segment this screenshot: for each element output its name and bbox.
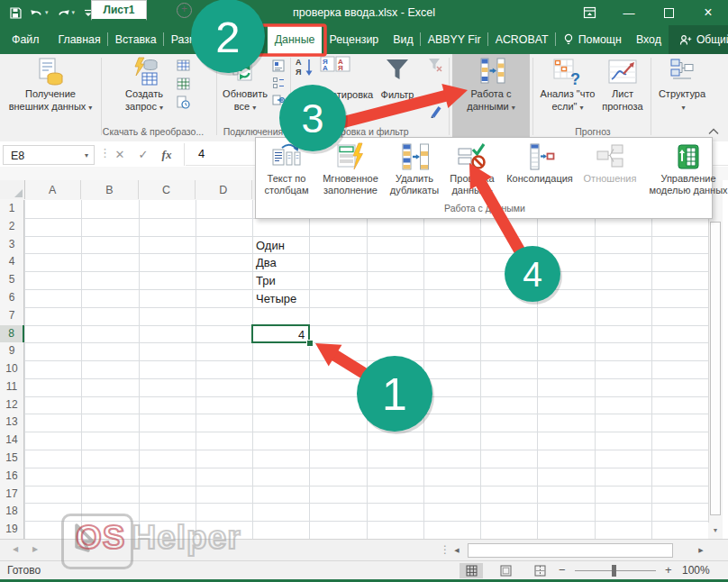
tab-review[interactable]: Рецензир [322,25,386,54]
what-if-analysis-button[interactable]: ? Анализ "что если" [535,57,600,114]
panel-item-flash-fill[interactable]: Мгновенное заполнение [315,142,386,196]
row-header-18[interactable]: 18 [0,503,24,522]
reapply-filter-button[interactable] [430,105,443,122]
insert-function-button[interactable]: fx [157,145,177,165]
show-queries-icon[interactable] [177,59,190,73]
scroll-down-button[interactable]: ▼ [708,523,723,539]
recent-sources-icon[interactable] [177,95,190,109]
row-header-4[interactable]: 4 [0,253,24,272]
row-header-10[interactable]: 10 [0,360,24,379]
row-header-17[interactable]: 17 [0,486,24,505]
sheet-nav-right-icon[interactable]: ▶ [32,545,38,553]
row-header-3[interactable]: 3 [0,236,24,255]
panel-item-remove-duplicates[interactable]: Удалить дубликаты [386,142,443,196]
row-header-2[interactable]: 2 [0,218,24,237]
edit-links-icon[interactable] [272,94,285,106]
status-ready: Готово [7,564,41,577]
tab-acrobat[interactable]: ACROBAT [488,25,556,54]
save-icon [9,6,22,19]
tab-signin[interactable]: Вход [629,25,669,54]
tab-file[interactable]: Файл [0,25,50,54]
from-table-icon[interactable] [177,77,190,91]
scroll-right-button[interactable]: ▶ [694,542,708,559]
tab-label: Данные [275,33,315,46]
grid-cell-E3[interactable]: Один [252,237,308,254]
sheet-grid[interactable]: 12345678910111213141516171819ОдинДваТриЧ… [0,200,708,539]
tab-layout[interactable]: Размет [164,25,215,54]
confirm-entry-button[interactable]: ✓ [133,145,153,165]
row-header-11[interactable]: 11 [0,378,24,397]
sort-button[interactable]: ЯААЯ [319,55,351,91]
minimize-button[interactable]: — [609,0,649,25]
grid-cell-E4[interactable]: Два [252,254,308,271]
structure-button[interactable]: Структура [654,57,710,114]
grid-cell-E6[interactable]: Четыре [252,290,308,307]
refresh-all-button[interactable]: Обновить все [220,57,270,114]
row-header-5[interactable]: 5 [0,271,24,290]
clear-filter-button[interactable] [427,57,443,77]
new-sheet-button[interactable]: + [177,3,192,18]
row-header-9[interactable]: 9 [0,342,24,361]
row-header-7[interactable]: 7 [0,307,24,326]
get-external-data-button[interactable]: Получение внешних данных [4,57,97,114]
sheet-nav-left-icon[interactable]: ◀ [13,545,18,553]
filter-button[interactable] [382,55,413,89]
column-header-B[interactable]: B [81,180,138,199]
tab-insert[interactable]: Вставка [108,25,164,54]
tab-view[interactable]: Вид [386,25,420,54]
refresh-all-icon [229,57,261,87]
sort-az-button[interactable]: АЯ [295,57,314,80]
row-header-19[interactable]: 19 [0,521,24,540]
row-header-15[interactable]: 15 [0,450,24,468]
tab-abbyy[interactable]: ABBYY Fir [421,25,488,54]
tab-share[interactable]: Общий доступ [669,25,728,54]
zoom-in-button[interactable]: + [665,563,672,577]
data-tools-button[interactable]: Работа с данными [452,54,530,141]
remove-duplicates-icon [399,142,430,171]
row-header-1[interactable]: 1 [0,200,24,219]
tab-data[interactable]: Данные [268,25,323,54]
zoom-slider-thumb[interactable] [612,565,616,577]
connections-icon[interactable] [272,59,285,72]
horizontal-scrollbar-thumb[interactable] [468,543,673,558]
reapply-icon [430,105,443,118]
properties-icon[interactable] [272,77,285,89]
ribbon-display-options-button[interactable] [569,0,609,25]
select-all-corner[interactable] [0,180,25,199]
page-break-view-button[interactable] [528,563,551,578]
name-box[interactable]: E8 ▾ [3,145,95,165]
close-button[interactable]: × [688,0,728,25]
grid-cell-E5[interactable]: Три [252,272,308,289]
sheet-tab-list1[interactable]: Лист1 [91,0,147,21]
cancel-entry-button[interactable]: ✕ [110,145,130,165]
tab-home[interactable]: Главная [50,25,107,54]
redo-button[interactable]: ▾ [57,7,76,18]
row-header-16[interactable]: 16 [0,468,24,487]
page-layout-view-button[interactable] [494,563,517,578]
scroll-left-button[interactable]: ◀ [450,542,464,559]
save-button[interactable] [9,6,22,19]
fill-handle[interactable] [306,340,314,347]
normal-view-button[interactable] [460,563,483,578]
column-header-C[interactable]: C [139,180,196,199]
zoom-level[interactable]: 100% [682,564,710,577]
column-header-A[interactable]: A [24,180,81,199]
tab-help[interactable]: Помощн [556,25,629,54]
panel-item-consolidate[interactable]: Консолидация [501,142,578,185]
new-query-button[interactable]: Создать запрос [108,57,180,114]
row-header-14[interactable]: 14 [0,432,24,450]
row-header-6[interactable]: 6 [0,289,24,308]
panel-item-manage-data-model[interactable]: Управление моделью данных [642,142,728,196]
row-header-12[interactable]: 12 [0,396,24,415]
vertical-scrollbar-thumb[interactable] [710,222,721,515]
row-header-8[interactable]: 8 [0,325,24,344]
forecast-sheet-button[interactable]: Лист прогноза [598,57,647,113]
undo-button[interactable]: ▾ [30,7,49,18]
column-header-D[interactable]: D [196,180,252,199]
panel-item-data-validation[interactable]: Проверка данных [443,142,501,197]
row-header-13[interactable]: 13 [0,414,24,432]
svg-text:А: А [296,58,302,67]
maximize-button[interactable] [649,0,688,25]
zoom-out-button[interactable]: − [559,563,566,577]
panel-item-text-to-columns[interactable]: Текст по столбцам [258,142,315,196]
